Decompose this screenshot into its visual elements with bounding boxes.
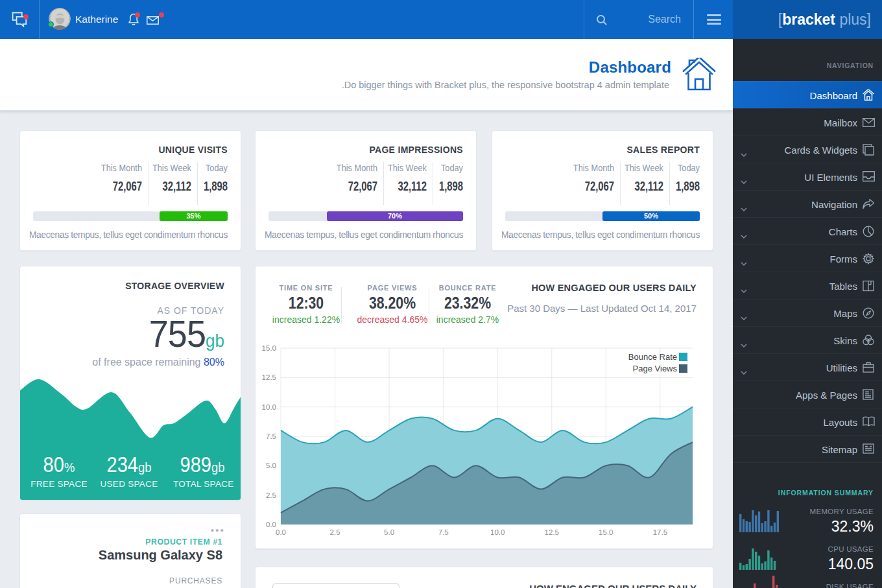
svg-text:5.0: 5.0: [266, 462, 276, 469]
svg-text:12.5: 12.5: [545, 528, 559, 536]
svg-text:2.5: 2.5: [330, 528, 340, 536]
svg-text:12.5: 12.5: [262, 373, 276, 381]
svg-text:17.5: 17.5: [653, 528, 667, 536]
svg-text:15.0: 15.0: [599, 528, 613, 536]
svg-text:0.0: 0.0: [266, 521, 276, 528]
svg-text:Page Views: Page Views: [633, 364, 678, 373]
svg-text:0.0: 0.0: [276, 528, 286, 536]
svg-text:15.0: 15.0: [262, 344, 276, 352]
svg-text:7.5: 7.5: [438, 528, 449, 536]
svg-text:Bounce Rate: Bounce Rate: [628, 352, 677, 362]
svg-text:2.5: 2.5: [266, 491, 276, 499]
svg-text:10.0: 10.0: [262, 403, 276, 411]
svg-text:7.5: 7.5: [266, 432, 276, 440]
svg-text:5.0: 5.0: [384, 528, 394, 536]
svg-text:10.0: 10.0: [490, 528, 505, 536]
